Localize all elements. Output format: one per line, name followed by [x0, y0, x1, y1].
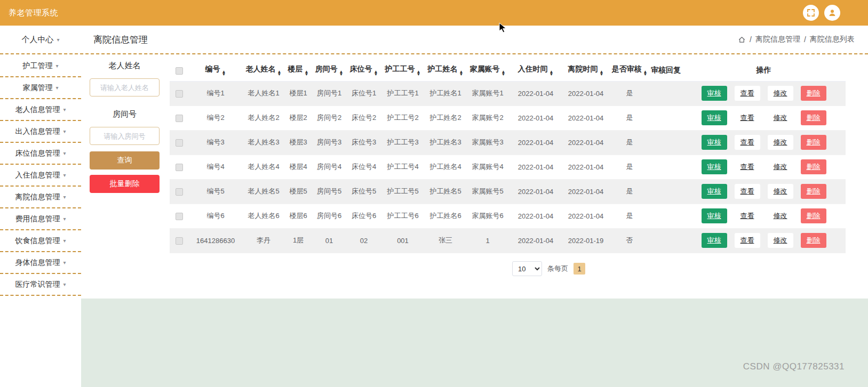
table-cell: 张三	[425, 228, 466, 253]
row-checkbox[interactable]	[176, 213, 183, 220]
edit-button[interactable]: 修改	[768, 233, 793, 248]
sidebar-item-personal-center[interactable]: 个人中心 ▾	[0, 26, 81, 53]
audit-button[interactable]: 审核	[702, 110, 727, 125]
sidebar-item[interactable]: 饮食信息管理▾	[0, 230, 81, 252]
elder-name-input[interactable]	[90, 78, 160, 96]
view-button[interactable]: 查看	[735, 110, 760, 125]
delete-button[interactable]: 删除	[801, 159, 826, 174]
breadcrumb-item[interactable]: 离院信息管理	[755, 35, 800, 44]
row-checkbox[interactable]	[176, 237, 183, 245]
view-button[interactable]: 查看	[735, 135, 760, 150]
table-row: 编号3老人姓名3楼层3房间号3床位号3护工工号3护工姓名3家属账号32022-0…	[170, 130, 846, 155]
sidebar-item-label: 身体信息管理	[15, 258, 60, 268]
row-checkbox[interactable]	[176, 164, 183, 171]
row-checkbox[interactable]	[176, 90, 183, 98]
view-button[interactable]: 查看	[735, 233, 760, 248]
delete-button[interactable]: 删除	[801, 184, 826, 199]
sidebar-item-label: 入住信息管理	[15, 171, 60, 180]
row-checkbox[interactable]	[176, 139, 183, 147]
sidebar-item[interactable]: 护工管理▾	[0, 55, 81, 77]
table-cell: 是	[609, 179, 650, 204]
table-row: 1641286630李丹1层0102001张三12022-01-042022-0…	[170, 228, 846, 253]
sidebar-item[interactable]: 身体信息管理▾	[0, 252, 81, 274]
sort-icon[interactable]: ▲▼	[417, 70, 421, 76]
edit-button[interactable]: 修改	[768, 135, 793, 150]
sort-icon[interactable]: ▲▼	[643, 70, 648, 76]
fullscreen-icon[interactable]	[803, 5, 819, 21]
column-header[interactable]: 家属账号▲▼	[466, 60, 509, 81]
table-cell: 床位号1	[347, 81, 381, 106]
sort-icon[interactable]: ▲▼	[374, 70, 378, 76]
audit-button[interactable]: 审核	[702, 159, 727, 174]
view-button[interactable]: 查看	[735, 208, 760, 223]
audit-button[interactable]: 审核	[702, 208, 727, 223]
table-cell: 2022-01-04	[562, 130, 609, 155]
audit-button[interactable]: 审核	[702, 233, 727, 248]
column-header[interactable]: 床位号▲▼	[347, 60, 381, 81]
sort-icon[interactable]: ▲▼	[550, 70, 554, 76]
sort-icon[interactable]: ▲▼	[339, 70, 344, 76]
sidebar-item-label: 饮食信息管理	[15, 236, 60, 246]
table-cell: 2022-01-04	[562, 179, 609, 204]
batch-delete-button[interactable]: 批量删除	[90, 175, 160, 193]
table-cell: 老人姓名4	[242, 155, 285, 179]
breadcrumb-item[interactable]: 离院信息列表	[810, 35, 855, 44]
table-cell: 老人姓名1	[242, 81, 285, 106]
column-header[interactable]: 楼层▲▼	[285, 60, 312, 81]
sidebar-item[interactable]: 医疗常识管理▾	[0, 274, 81, 296]
column-header[interactable]: 是否审核▲▼	[609, 60, 650, 81]
column-header[interactable]: 老人姓名▲▼	[242, 60, 285, 81]
table-cell: 是	[609, 204, 650, 228]
edit-button[interactable]: 修改	[768, 159, 793, 174]
sidebar-item[interactable]: 出入信息管理▾	[0, 121, 81, 143]
delete-button[interactable]: 删除	[801, 86, 826, 101]
audit-button[interactable]: 审核	[702, 135, 727, 150]
table-cell: 护工工号6	[381, 204, 425, 228]
sidebar-item[interactable]: 家属管理▾	[0, 77, 81, 99]
edit-button[interactable]: 修改	[768, 184, 793, 199]
sidebar-item[interactable]: 老人信息管理▾	[0, 99, 81, 121]
query-button[interactable]: 查询	[90, 151, 160, 170]
view-button[interactable]: 查看	[735, 184, 760, 199]
sidebar-item[interactable]: 入住信息管理▾	[0, 165, 81, 187]
delete-button[interactable]: 删除	[801, 233, 826, 248]
sidebar-item[interactable]: 离院信息管理▾	[0, 187, 81, 208]
sort-icon[interactable]: ▲▼	[501, 70, 506, 76]
view-button[interactable]: 查看	[735, 159, 760, 174]
sort-icon[interactable]: ▲▼	[305, 70, 309, 76]
edit-button[interactable]: 修改	[768, 86, 793, 101]
delete-button[interactable]: 删除	[801, 135, 826, 150]
sidebar-item[interactable]: 费用信息管理▾	[0, 208, 81, 230]
column-header[interactable]: 房间号▲▼	[312, 60, 347, 81]
column-header[interactable]: 护工姓名▲▼	[425, 60, 466, 81]
user-icon[interactable]	[824, 5, 840, 21]
sort-icon[interactable]: ▲▼	[459, 70, 464, 76]
home-icon[interactable]	[738, 36, 746, 44]
sidebar-item[interactable]: 床位信息管理▾	[0, 143, 81, 165]
row-checkbox[interactable]	[176, 188, 183, 196]
table-cell	[650, 155, 682, 179]
row-checkbox[interactable]	[176, 115, 183, 122]
select-all-checkbox[interactable]	[176, 67, 183, 75]
edit-button[interactable]: 修改	[768, 110, 793, 125]
table-cell: 编号2	[189, 106, 242, 130]
room-number-input[interactable]	[90, 127, 160, 145]
view-button[interactable]: 查看	[735, 86, 760, 101]
table-cell: 1	[466, 228, 509, 253]
column-header-label: 编号	[205, 64, 220, 73]
column-header[interactable]: 入住时间▲▼	[509, 60, 562, 81]
page-number-button[interactable]: 1	[574, 263, 585, 275]
edit-button[interactable]: 修改	[768, 208, 793, 223]
sort-icon[interactable]: ▲▼	[222, 70, 226, 76]
table-cell: 否	[609, 228, 650, 253]
sort-icon[interactable]: ▲▼	[600, 70, 604, 76]
delete-button[interactable]: 删除	[801, 110, 826, 125]
page-size-select[interactable]: 10	[512, 261, 542, 276]
column-header[interactable]: 离院时间▲▼	[562, 60, 609, 81]
audit-button[interactable]: 审核	[702, 184, 727, 199]
column-header[interactable]: 护工工号▲▼	[381, 60, 425, 81]
sort-icon[interactable]: ▲▼	[277, 70, 282, 76]
audit-button[interactable]: 审核	[702, 86, 727, 101]
column-header[interactable]: 编号▲▼	[189, 60, 242, 81]
delete-button[interactable]: 删除	[801, 208, 826, 223]
